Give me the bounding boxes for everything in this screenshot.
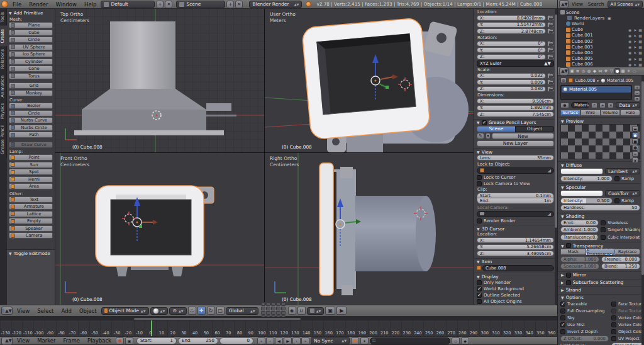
lock-to-scene-icon[interactable]: ◈ (288, 307, 296, 315)
panel-checkbox[interactable] (566, 273, 571, 278)
add-mesh-button[interactable]: Cylinder (9, 59, 53, 65)
slot-specials-icon[interactable]: ▾ (634, 96, 640, 101)
transparency-mode-toggle[interactable]: Raytrace (614, 249, 640, 255)
gp-draw-icon[interactable]: ✎ (477, 133, 484, 139)
manipulator-scale-toggle[interactable]: ▢ (216, 307, 225, 315)
layer-toggle[interactable] (276, 307, 280, 310)
menu-view[interactable]: View (14, 337, 33, 344)
lock-icon[interactable] (547, 86, 554, 92)
lock-icon[interactable] (547, 41, 554, 47)
renderability-camera-icon[interactable]: ▦ (638, 57, 642, 61)
outliner-row[interactable]: RenderLayers ▣ ◉ ➤ ▦ (558, 15, 644, 21)
menu-select[interactable]: Select (34, 308, 57, 314)
shading-panel-header[interactable]: ▼Shading (558, 213, 644, 220)
grease-pencil-panel-header[interactable]: ▼Grease Pencil Layers (474, 119, 557, 126)
outliner-row[interactable]: Cube.004 ▣ ◉ ➤ ▦ (558, 50, 644, 55)
pivot-dropdown[interactable]: ⊙▲▼ (169, 307, 186, 315)
layer-toggle[interactable] (261, 307, 265, 310)
opengl-render-icon[interactable]: ▣ (325, 307, 335, 315)
diffuse-color-swatch[interactable] (560, 168, 603, 174)
viewport-top-ortho[interactable]: Top OrthoCentimeters (0) Cube.008 (55, 9, 264, 152)
layer-toggle[interactable] (261, 311, 265, 315)
menu-window[interactable]: Window (53, 1, 80, 8)
selectability-arrow-icon[interactable]: ➤ (633, 50, 636, 55)
add-material-button[interactable]: + (599, 103, 606, 108)
dimension-field[interactable]: Z:7.545cm (477, 111, 554, 117)
mode-dropdown[interactable]: Object Mode▲▼ (101, 307, 149, 315)
keying-set-field[interactable]: ⚿ (370, 337, 450, 344)
layer-toggle[interactable] (266, 302, 270, 306)
renderability-camera-icon[interactable]: ▦ (638, 39, 642, 43)
shading-checkbox[interactable] (601, 220, 606, 225)
eyedropper-icon[interactable]: ◢ (548, 212, 551, 217)
transparency-mode-toggle[interactable]: Mask (560, 249, 586, 255)
layer-toggle[interactable] (281, 307, 286, 310)
shading-checkbox[interactable] (601, 227, 606, 232)
manipulator-rotate-toggle[interactable]: ↻ (207, 307, 215, 315)
menu-search[interactable]: Search (586, 1, 606, 7)
add-scene-button[interactable]: + (226, 1, 234, 8)
manipulator-translate-toggle[interactable]: ✛ (197, 307, 206, 315)
panel-checkbox[interactable] (566, 243, 571, 248)
add-layout-button[interactable]: + (156, 1, 164, 8)
add-mesh-button[interactable]: Cube (9, 30, 53, 36)
insert-keyframe-icon[interactable]: ◇ (452, 337, 460, 344)
screen-layout-dropdown[interactable]: Default (101, 1, 155, 8)
lock-time-icon[interactable]: ▣ (125, 337, 133, 344)
sync-dropdown[interactable]: No Sync▲▼ (311, 337, 350, 344)
collapsed-panel-header[interactable]: ▶Mirror (558, 271, 644, 278)
cursor-panel-header[interactable]: ▼3D Cursor (474, 225, 557, 232)
renderability-camera-icon[interactable]: ▦ (638, 62, 642, 67)
menu-view[interactable]: View (14, 308, 33, 314)
selectability-arrow-icon[interactable]: ➤ (633, 57, 636, 61)
add-other-button[interactable]: Camera (9, 232, 53, 239)
material-name-field[interactable]: Material.005 (571, 102, 589, 108)
visibility-eye-icon[interactable]: ◉ (628, 39, 631, 43)
render-engine-dropdown[interactable]: Blender Render▲▼ (249, 1, 302, 8)
transparency-mode-toggle[interactable]: Z Transparency (586, 249, 615, 255)
editor-type-dropdown[interactable]: ▲▼ (559, 67, 569, 76)
gp-scene-toggle[interactable]: Scene (477, 126, 515, 132)
props-tab-material[interactable]: ● (614, 68, 620, 74)
menu-add[interactable]: Add (58, 308, 74, 314)
scale-field[interactable]: Z:0.030 (477, 86, 546, 92)
menu-view[interactable]: View (570, 1, 585, 7)
rotation-mode-dropdown[interactable]: XYZ Euler▲▼ (477, 60, 554, 67)
play-reverse-button[interactable]: ◀ (275, 337, 283, 344)
menu-marker[interactable]: Marker (34, 337, 58, 344)
props-scrollbar[interactable] (641, 76, 644, 345)
preview-panel-header[interactable]: ▼Preview (558, 117, 644, 124)
props-tab-texture[interactable]: ▦ (620, 68, 626, 74)
clip-end-field[interactable]: End:1m (477, 198, 554, 204)
shading-slider[interactable]: Translucency:0.000 (560, 234, 599, 240)
preview-hair-icon[interactable]: ≈ (632, 151, 638, 157)
lock-icon[interactable] (547, 73, 554, 79)
add-primitive-panel-header[interactable]: ▼Add Primitive (7, 9, 55, 16)
visibility-eye-icon[interactable]: ◉ (628, 33, 631, 38)
shelf-tab[interactable]: Relations (0, 46, 7, 72)
outliner-row[interactable]: Cube.001 ▣ ◉ ➤ ▦ (558, 33, 644, 38)
data-source-dropdown[interactable]: Data▲▼ (616, 102, 640, 108)
checkbox[interactable] (477, 293, 482, 298)
lock-icon[interactable] (547, 47, 554, 53)
outliner-row[interactable]: Cube.006 ▣ ◉ ➤ ▦ (558, 62, 644, 67)
display-scope-dropdown[interactable]: All Scenes▲▼ (608, 1, 643, 8)
dimension-field[interactable]: X:9.506cm (477, 98, 554, 104)
outliner-row[interactable]: Scene ▣ ◉ ➤ ▦ (558, 9, 644, 15)
snap-element-dropdown[interactable]: ▲▼ (307, 307, 325, 315)
jump-to-start-button[interactable]: « (257, 337, 265, 344)
shelf-tab[interactable]: Create (0, 26, 7, 47)
fake-user-button[interactable]: F (591, 103, 597, 108)
option-checkbox[interactable] (560, 308, 565, 314)
material-type-toggle[interactable]: Halo (620, 110, 640, 116)
add-mesh-extra-button[interactable]: Grid (9, 82, 53, 89)
visibility-eye-icon[interactable]: ◉ (628, 62, 631, 67)
layer-toggle[interactable] (266, 311, 270, 315)
renderability-camera-icon[interactable]: ▦ (638, 28, 642, 32)
checkbox[interactable] (477, 181, 482, 186)
preview-range-icon[interactable] (116, 337, 124, 344)
cursor-location-field[interactable]: Y:5.26658cm (477, 244, 554, 250)
draw-curve-button[interactable]: Draw Curve (9, 142, 53, 148)
editor-type-dropdown[interactable]: ▲▼ (559, 0, 569, 8)
breadcrumb-material[interactable]: Material.005 (607, 78, 634, 83)
